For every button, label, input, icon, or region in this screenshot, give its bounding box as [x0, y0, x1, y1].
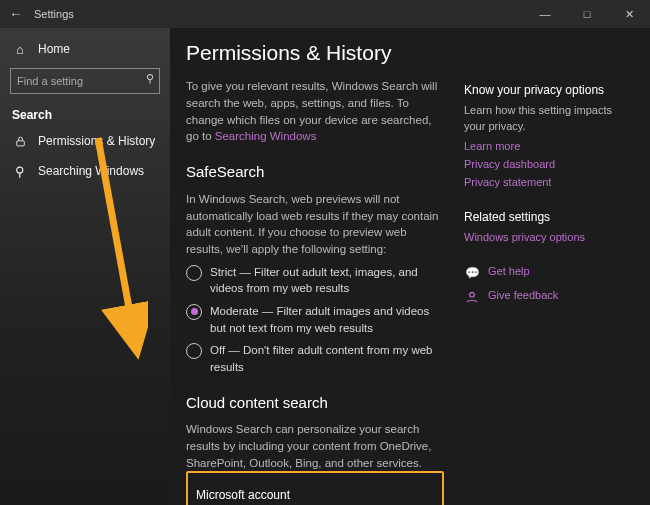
- radio-icon: [186, 343, 202, 359]
- give-feedback-label: Give feedback: [488, 288, 558, 304]
- privacy-dashboard-link[interactable]: Privacy dashboard: [464, 157, 634, 173]
- searching-windows-link[interactable]: Searching Windows: [215, 130, 317, 142]
- privacy-text: Learn how this setting impacts your priv…: [464, 103, 634, 135]
- svg-point-1: [470, 293, 475, 298]
- titlebar: ← Settings ― □ ✕: [0, 0, 650, 28]
- sidebar: ⌂ Home ⚲ Search Permissions & History ⚲ …: [0, 28, 170, 505]
- sidebar-item-permissions[interactable]: Permissions & History: [0, 126, 170, 156]
- privacy-statement-link[interactable]: Privacy statement: [464, 175, 634, 191]
- radio-icon: [186, 265, 202, 281]
- highlight-microsoft-account: Microsoft account Allow Windows Search t…: [186, 471, 444, 505]
- related-head: Related settings: [464, 209, 634, 226]
- help-icon: 💬: [464, 265, 480, 281]
- safesearch-option-moderate[interactable]: Moderate — Filter adult images and video…: [186, 303, 444, 336]
- radio-label: Strict — Filter out adult text, images, …: [210, 264, 444, 297]
- page-title: Permissions & History: [186, 38, 444, 68]
- search-windows-icon: ⚲: [12, 163, 28, 179]
- feedback-icon: [464, 289, 480, 305]
- sidebar-item-searching[interactable]: ⚲ Searching Windows: [0, 156, 170, 186]
- radio-label: Off — Don't filter adult content from my…: [210, 342, 444, 375]
- sidebar-home-label: Home: [38, 42, 70, 56]
- safesearch-option-off[interactable]: Off — Don't filter adult content from my…: [186, 342, 444, 375]
- search-input[interactable]: [10, 68, 160, 94]
- sidebar-home[interactable]: ⌂ Home: [0, 34, 170, 64]
- safesearch-desc: In Windows Search, web previews will not…: [186, 191, 444, 258]
- radio-label: Moderate — Filter adult images and video…: [210, 303, 444, 336]
- sidebar-item-label: Permissions & History: [38, 134, 155, 148]
- get-help[interactable]: 💬 Get help: [464, 264, 634, 282]
- learn-more-link[interactable]: Learn more: [464, 139, 634, 155]
- back-button[interactable]: ←: [0, 6, 32, 22]
- home-icon: ⌂: [12, 41, 28, 57]
- permissions-icon: [12, 133, 28, 149]
- ms-account-head: Microsoft account: [196, 487, 434, 504]
- sidebar-section-header: Search: [0, 100, 170, 126]
- sidebar-item-label: Searching Windows: [38, 164, 144, 178]
- safesearch-heading: SafeSearch: [186, 161, 444, 183]
- aside: Know your privacy options Learn how this…: [464, 38, 634, 485]
- give-feedback[interactable]: Give feedback: [464, 288, 634, 306]
- close-button[interactable]: ✕: [608, 0, 650, 28]
- safesearch-option-strict[interactable]: Strict — Filter out adult text, images, …: [186, 264, 444, 297]
- windows-privacy-options-link[interactable]: Windows privacy options: [464, 230, 634, 246]
- maximize-button[interactable]: □: [566, 0, 608, 28]
- radio-icon: [186, 304, 202, 320]
- svg-rect-0: [16, 140, 24, 145]
- get-help-label: Get help: [488, 264, 530, 280]
- minimize-button[interactable]: ―: [524, 0, 566, 28]
- cloud-desc: Windows Search can personalize your sear…: [186, 421, 444, 471]
- main-content: Permissions & History To give you releva…: [186, 38, 444, 485]
- privacy-head: Know your privacy options: [464, 82, 634, 99]
- page-intro: To give you relevant results, Windows Se…: [186, 78, 444, 145]
- window-title: Settings: [32, 8, 524, 20]
- cloud-heading: Cloud content search: [186, 392, 444, 414]
